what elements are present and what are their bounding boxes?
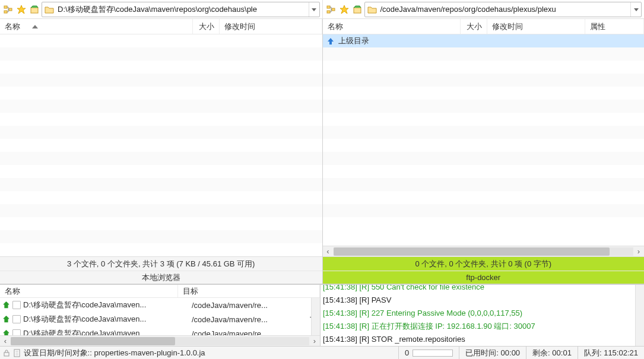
status-queue-value: 115:02:21 xyxy=(604,348,638,357)
queue-header: 名称 目标 xyxy=(0,285,320,298)
favorite-icon[interactable] xyxy=(15,2,27,17)
panels-row: 名称 大小 修改时间 3 个文件, 0 个文件夹, 共计 3 项 (7 KB /… xyxy=(0,19,644,284)
col-attr[interactable]: 属性 xyxy=(585,19,645,34)
right-summary: 0 个文件, 0 个文件夹, 共计 0 项 (0 字节) xyxy=(323,256,645,271)
scroll-thumb[interactable] xyxy=(11,337,175,345)
log-line: [15:41:38] [R] PASV xyxy=(323,294,642,307)
status-queue: 队列: 115:02:21 xyxy=(578,347,644,359)
right-panel-title-text: ftp-docker xyxy=(466,273,500,282)
log-line: [15:41:38] [R] 正在打开数据连接 IP: 192.168.1.90… xyxy=(323,320,642,333)
status-progress-value: 0 xyxy=(405,348,409,357)
queue-target: /codeJava/maven/re... xyxy=(192,315,299,324)
qcol-name-label: 名称 xyxy=(5,286,20,297)
tree-icon[interactable] xyxy=(325,2,337,17)
status-remaining: 剩余: 00:01 xyxy=(526,347,578,359)
path-box-left[interactable]: D:\移动硬盘暂存\codeJava\maven\repos\org\codeh… xyxy=(42,2,320,17)
status-progress: 0 xyxy=(398,347,459,359)
tree-icon[interactable] xyxy=(2,2,14,17)
scroll-track[interactable] xyxy=(334,247,634,256)
file-icon xyxy=(12,329,21,335)
lock-icon xyxy=(2,349,11,357)
log-line: [15:41:38] [R] 550 Can't check for file … xyxy=(323,285,642,294)
queue-pane: 名称 目标 🡅D:\移动硬盘暂存\codeJava\maven.../codeJ… xyxy=(0,285,321,346)
svg-rect-1 xyxy=(4,11,7,13)
left-summary-text: 3 个文件, 0 个文件夹, 共计 3 项 (7 KB / 45.61 GB 可… xyxy=(67,259,255,269)
queue-hscrollbar[interactable]: ‹ › xyxy=(0,335,320,346)
col-size-label: 大小 xyxy=(199,21,214,32)
qcol-name[interactable]: 名称 xyxy=(0,285,178,297)
bottom-row: 名称 目标 🡅D:\移动硬盘暂存\codeJava\maven.../codeJ… xyxy=(0,284,644,346)
path-text-right: /codeJava/maven/repos/org/codehaus/plexu… xyxy=(379,5,631,14)
svg-rect-7 xyxy=(327,11,330,13)
svg-rect-0 xyxy=(4,6,7,8)
status-queue-label: 队列: xyxy=(584,348,602,358)
col-size[interactable]: 大小 xyxy=(461,19,487,34)
col-mtime[interactable]: 修改时间 xyxy=(220,19,322,34)
address-row: D:\移动硬盘暂存\codeJava\maven\repos\org\codeh… xyxy=(0,0,644,19)
scroll-right-icon[interactable]: › xyxy=(309,336,320,345)
qcol-target[interactable]: 目标 xyxy=(178,285,320,297)
col-name-label: 名称 xyxy=(328,21,343,32)
svg-marker-11 xyxy=(634,8,639,11)
status-elapsed-value: 00:00 xyxy=(501,348,521,357)
favorite-icon[interactable] xyxy=(338,2,350,17)
file-icon xyxy=(12,315,21,323)
up-arrow-icon xyxy=(326,37,335,45)
qcol-target-label: 目标 xyxy=(183,286,198,297)
scroll-left-icon[interactable]: ‹ xyxy=(0,336,11,345)
parent-dir-row[interactable]: 上级目录 xyxy=(323,34,645,47)
left-panel-title-text: 本地浏览器 xyxy=(142,272,180,283)
status-bar: 设置日期/时间对象:: properties-maven-plugin-1.0.… xyxy=(0,346,644,359)
status-remaining-label: 剩余: xyxy=(532,348,550,358)
left-summary: 3 个文件, 0 个文件夹, 共计 3 项 (7 KB / 45.61 GB 可… xyxy=(0,256,322,271)
col-name[interactable]: 名称 xyxy=(323,19,461,34)
log-pane[interactable]: [15:41:38] [R] 550 Can't check for file … xyxy=(321,285,644,346)
svg-marker-3 xyxy=(17,5,26,14)
col-name[interactable]: 名称 xyxy=(0,19,193,34)
scroll-track[interactable] xyxy=(11,337,309,345)
right-panel-title: ftp-docker xyxy=(323,271,645,284)
col-mtime-label: 修改时间 xyxy=(492,21,523,32)
history-icon[interactable] xyxy=(351,2,363,17)
folder-icon xyxy=(367,5,377,14)
queue-name: D:\移动硬盘暂存\codeJava\maven xyxy=(23,328,189,335)
log-line: [15:41:38] [R] 227 Entering Passive Mode… xyxy=(323,307,642,320)
path-text-left: D:\移动硬盘暂存\codeJava\maven\repos\org\codeh… xyxy=(56,4,309,15)
upload-arrow-icon: 🡅 xyxy=(2,315,10,324)
col-size-label: 大小 xyxy=(467,21,482,32)
status-remaining-value: 00:01 xyxy=(552,348,572,357)
right-col-header: 名称 大小 修改时间 属性 xyxy=(323,19,645,34)
left-file-grid[interactable] xyxy=(0,34,322,256)
scroll-left-icon[interactable]: ‹ xyxy=(323,247,334,256)
col-mtime[interactable]: 修改时间 xyxy=(487,19,585,34)
queue-body[interactable]: 🡅D:\移动硬盘暂存\codeJava\maven.../codeJava/ma… xyxy=(0,298,320,335)
right-hscrollbar[interactable]: ‹ › xyxy=(323,246,645,256)
path-dropdown-left[interactable] xyxy=(309,2,319,17)
status-elapsed-label: 已用时间: xyxy=(465,348,499,358)
address-right: /codeJava/maven/repos/org/codehaus/plexu… xyxy=(322,0,645,19)
scroll-thumb[interactable] xyxy=(334,247,610,256)
upload-arrow-icon: 🡅 xyxy=(2,329,10,336)
history-icon[interactable] xyxy=(28,2,40,17)
right-panel: 名称 大小 修改时间 属性 上级目录 ‹ › 0 个 xyxy=(322,19,645,284)
file-icon xyxy=(12,301,21,309)
parent-dir-label: 上级目录 xyxy=(338,36,369,46)
path-dropdown-right[interactable] xyxy=(630,2,641,17)
queue-row[interactable]: 🡅D:\移动硬盘暂存\codeJava\maven.../codeJava/ma… xyxy=(0,298,320,312)
queue-row[interactable]: 🡅D:\移动硬盘暂存\codeJava\maven/codeJava/maven… xyxy=(0,326,320,335)
queue-row[interactable]: 🡅D:\移动硬盘暂存\codeJava\maven.../codeJava/ma… xyxy=(0,312,320,326)
queue-size: 7 xyxy=(301,315,320,324)
address-left: D:\移动硬盘暂存\codeJava\maven\repos\org\codeh… xyxy=(0,0,322,19)
queue-name: D:\移动硬盘暂存\codeJava\maven... xyxy=(23,314,189,325)
scroll-right-icon[interactable]: › xyxy=(633,247,644,256)
svg-rect-10 xyxy=(354,8,361,13)
svg-marker-9 xyxy=(340,5,348,14)
path-box-right[interactable]: /codeJava/maven/repos/org/codehaus/plexu… xyxy=(364,2,642,17)
log-line: [15:41:38] [R] STOR _remote.repositories xyxy=(323,333,642,346)
upload-arrow-icon: 🡅 xyxy=(2,301,10,310)
queue-target: /codeJava/maven/re xyxy=(192,329,299,336)
left-panel-title: 本地浏览器 xyxy=(0,271,322,284)
right-file-grid[interactable]: 上级目录 xyxy=(323,34,645,246)
col-size[interactable]: 大小 xyxy=(193,19,220,34)
status-action: 设置日期/时间对象:: properties-maven-plugin-1.0.… xyxy=(24,348,205,358)
